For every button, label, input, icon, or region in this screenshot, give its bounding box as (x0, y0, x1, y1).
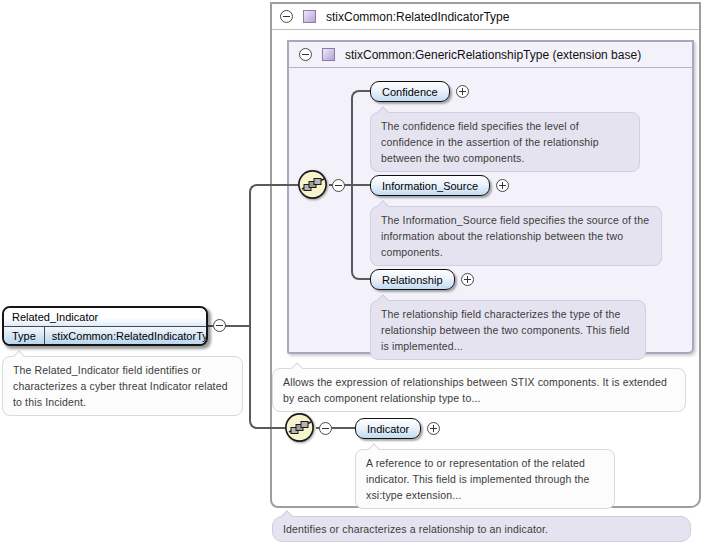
annotation-confidence: The confidence field specifies the level… (370, 112, 640, 172)
connector-line (344, 184, 370, 186)
element-confidence[interactable]: Confidence (370, 81, 450, 102)
collapse-icon[interactable] (319, 422, 332, 435)
annotation-text: Allows the expression of relationships b… (283, 376, 667, 404)
annotation-information-source: The Information_Source field specifies t… (370, 206, 662, 266)
complex-type-title: stixCommon:RelatedIndicatorType (326, 10, 509, 24)
collapse-icon[interactable] (280, 10, 293, 23)
annotation-text: The Information_Source field specifies t… (381, 214, 649, 258)
connector-line (361, 90, 370, 92)
element-relationship[interactable]: Relationship (370, 269, 455, 290)
schema-diagram-canvas: stixCommon:RelatedIndicatorType stixComm… (0, 0, 704, 542)
connector-line (261, 427, 286, 429)
annotation-generic-relationship: Allows the expression of relationships b… (272, 368, 686, 412)
connector-line (261, 184, 299, 186)
complex-type-header: stixCommon:RelatedIndicatorType (272, 4, 699, 30)
connector-line (361, 278, 370, 280)
complex-type-icon (322, 48, 335, 61)
complex-type-icon (303, 10, 316, 23)
extension-base-title: stixCommon:GenericRelationshipType (exte… (345, 48, 641, 62)
annotation-related-indicator-type: Identifies or characterizes a relationsh… (272, 516, 691, 542)
type-label: Type (4, 327, 45, 344)
annotation-indicator: A reference to or representation of the … (355, 449, 615, 509)
collapse-icon[interactable] (332, 179, 345, 192)
sequence-icon[interactable] (284, 412, 316, 444)
annotation-text: The Related_Indicator field identifies o… (13, 364, 228, 408)
expand-icon[interactable] (427, 422, 440, 435)
expand-icon[interactable] (456, 85, 469, 98)
collapse-icon[interactable] (299, 48, 312, 61)
collapse-icon[interactable] (213, 319, 226, 332)
annotation-text: The relationship field characterizes the… (381, 308, 630, 352)
element-type-row: Type stixCommon:RelatedIndicatorType (4, 327, 206, 344)
element-indicator[interactable]: Indicator (355, 418, 421, 439)
extension-base-header: stixCommon:GenericRelationshipType (exte… (289, 42, 692, 68)
sequence-icon[interactable] (297, 169, 329, 201)
expand-icon[interactable] (461, 273, 474, 286)
annotation-text: Identifies or characterizes a relationsh… (283, 523, 548, 535)
annotation-relationship: The relationship field characterizes the… (370, 300, 646, 360)
annotation-related-indicator: The Related_Indicator field identifies o… (2, 356, 243, 416)
annotation-text: The confidence field specifies the level… (381, 120, 599, 164)
expand-icon[interactable] (496, 179, 509, 192)
connector-line (351, 100, 353, 272)
note-tail (281, 510, 292, 521)
annotation-text: A reference to or representation of the … (366, 457, 590, 501)
note-tail (13, 350, 24, 361)
connector-line (249, 184, 263, 198)
type-value: stixCommon:RelatedIndicatorType (45, 327, 208, 344)
connector-line (249, 197, 251, 417)
element-related-indicator[interactable]: Related_Indicator Type stixCommon:Relate… (2, 306, 208, 346)
element-name: Related_Indicator (4, 308, 206, 327)
element-information-source[interactable]: Information_Source (370, 175, 490, 196)
